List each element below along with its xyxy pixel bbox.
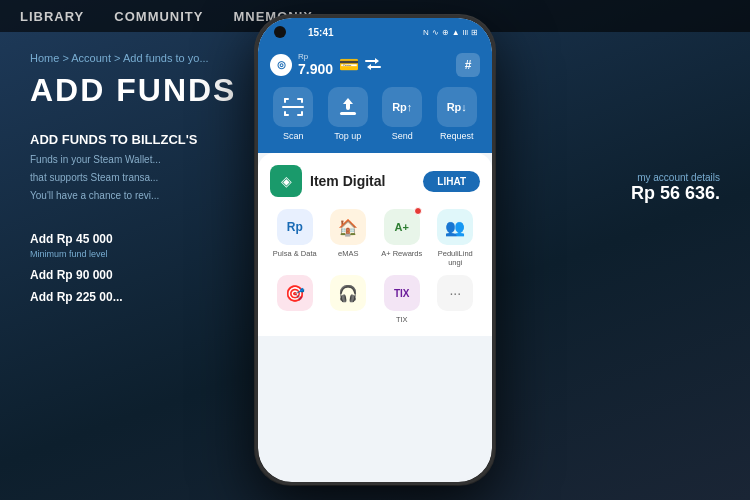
send-button[interactable]: Rp↑ Send: [382, 87, 422, 141]
account-label: my account details: [631, 172, 720, 183]
card-icon[interactable]: 💳: [339, 55, 359, 74]
sidebar-title: ADD FUNDS TO BILLZCL'S: [30, 132, 230, 147]
sidebar-line-1: Funds in your Steam Wallet...: [30, 153, 230, 167]
topup-label: Top up: [334, 131, 361, 141]
rewards-badge: [414, 207, 422, 215]
header-left: ◎ Rp 7.900 💳: [270, 52, 381, 77]
peduli-icon: 👥: [437, 209, 473, 245]
tix-icon: TIX: [384, 275, 420, 311]
rewards-icon: A+: [384, 209, 420, 245]
svg-rect-15: [340, 112, 356, 115]
icon6-icon: 🎧: [330, 275, 366, 311]
balance-amount: 7.900: [298, 61, 333, 77]
app-header: ◎ Rp 7.900 💳 #: [258, 46, 492, 87]
peduli-item[interactable]: 👥 PeduliLind ungi: [431, 209, 481, 267]
send-icon: Rp↑: [382, 87, 422, 127]
content-area: ◈ Item Digital LIHAT Rp Pulsa & Data 🏠 e…: [258, 153, 492, 336]
pulsa-item[interactable]: Rp Pulsa & Data: [270, 209, 320, 267]
peduli-label: PeduliLind ungi: [431, 249, 481, 267]
status-bar: 15:41 N∿⊕▲lll⊞: [258, 18, 492, 46]
scan-label: Scan: [283, 131, 304, 141]
svg-rect-11: [301, 111, 303, 116]
send-label: Send: [392, 131, 413, 141]
topup-button[interactable]: Top up: [328, 87, 368, 141]
fund-option-1[interactable]: Add Rp 45 000 Minimum fund level: [30, 232, 123, 260]
status-time: 15:41: [308, 27, 334, 38]
transfer-icon: [365, 58, 381, 72]
lihat-button[interactable]: LIHAT: [423, 171, 480, 192]
svg-marker-3: [367, 64, 371, 70]
svg-marker-14: [343, 98, 353, 104]
balance-info: Rp 7.900: [298, 52, 333, 77]
nav-library[interactable]: LIBRARY: [20, 9, 84, 24]
topup-svg: [337, 96, 359, 118]
hash-button[interactable]: #: [456, 53, 480, 77]
icon5-icon: 🎯: [277, 275, 313, 311]
emas-label: eMAS: [338, 249, 358, 258]
tix-item[interactable]: TIX TIX: [377, 275, 427, 324]
fund-options: Add Rp 45 000 Minimum fund level Add Rp …: [30, 232, 123, 304]
icon-grid: Rp Pulsa & Data 🏠 eMAS A+ A+ R: [270, 209, 480, 324]
topup-icon: [328, 87, 368, 127]
phone-wrapper: 15:41 N∿⊕▲lll⊞ ◎ Rp 7.900 💳: [255, 15, 495, 485]
phone-frame: 15:41 N∿⊕▲lll⊞ ◎ Rp 7.900 💳: [255, 15, 495, 485]
scan-button[interactable]: Scan: [273, 87, 313, 141]
svg-rect-5: [284, 98, 286, 103]
svg-rect-9: [284, 111, 286, 116]
section-logo-title: ◈ Item Digital: [270, 165, 385, 197]
request-label: Request: [440, 131, 474, 141]
more-icon: ···: [437, 275, 473, 311]
header-right: #: [456, 53, 480, 77]
icon6-item[interactable]: 🎧: [324, 275, 374, 324]
more-item[interactable]: ···: [431, 275, 481, 324]
emas-item[interactable]: 🏠 eMAS: [324, 209, 374, 267]
svg-rect-12: [282, 106, 304, 108]
section-title: Item Digital: [310, 173, 385, 189]
pulsa-icon: Rp: [277, 209, 313, 245]
fund-option-2[interactable]: Add Rp 90 000: [30, 268, 123, 282]
right-section: my account details Rp 56 636.: [631, 172, 720, 204]
scan-svg: [282, 96, 304, 118]
balance-label: Rp: [298, 52, 333, 61]
pulsa-label: Pulsa & Data: [273, 249, 317, 258]
phone-screen: 15:41 N∿⊕▲lll⊞ ◎ Rp 7.900 💳: [258, 18, 492, 482]
sidebar-line-3: You'll have a chance to revi...: [30, 189, 230, 203]
rewards-label: A+ Rewards: [381, 249, 422, 258]
scan-icon: [273, 87, 313, 127]
sidebar-line-2: that supports Steam transa...: [30, 171, 230, 185]
icon5-item[interactable]: 🎯: [270, 275, 320, 324]
camera-hole: [274, 26, 286, 38]
tix-label: TIX: [396, 315, 408, 324]
app-logo: ◎: [270, 54, 292, 76]
emas-icon: 🏠: [330, 209, 366, 245]
request-button[interactable]: Rp↓ Request: [437, 87, 477, 141]
action-buttons: Scan Top up Rp↑ Send: [258, 87, 492, 153]
sidebar-section: ADD FUNDS TO BILLZCL'S Funds in your Ste…: [30, 132, 230, 207]
section-header: ◈ Item Digital LIHAT: [270, 165, 480, 197]
section-logo: ◈: [270, 165, 302, 197]
account-amount: Rp 56 636.: [631, 183, 720, 204]
status-icons: N∿⊕▲lll⊞: [423, 28, 478, 37]
svg-marker-1: [375, 58, 379, 64]
nav-community[interactable]: COMMUNITY: [114, 9, 203, 24]
request-icon: Rp↓: [437, 87, 477, 127]
svg-rect-7: [301, 98, 303, 103]
rewards-item[interactable]: A+ A+ Rewards: [377, 209, 427, 267]
fund-option-3[interactable]: Add Rp 225 00...: [30, 290, 123, 304]
